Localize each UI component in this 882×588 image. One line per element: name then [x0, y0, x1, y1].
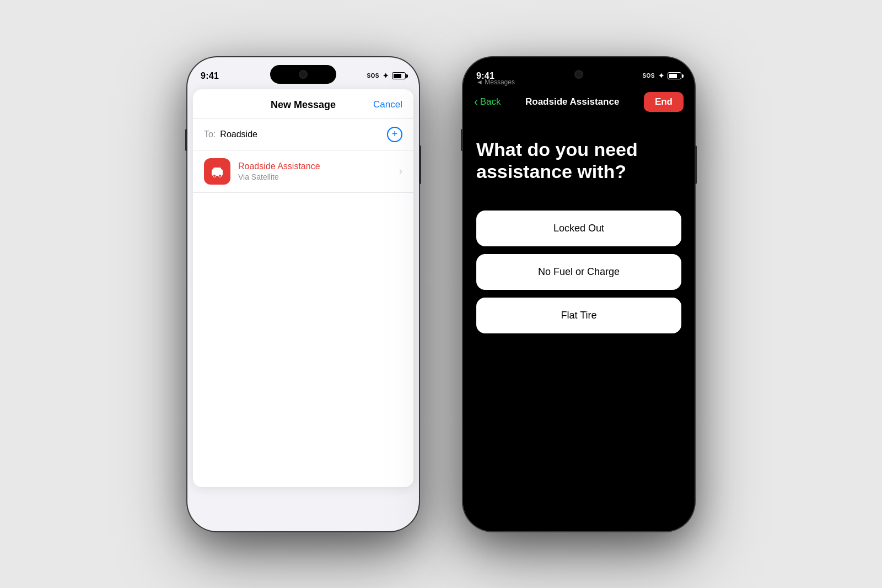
option-flat-tire[interactable]: Flat Tire [476, 298, 681, 333]
svg-rect-1 [213, 168, 221, 171]
to-input[interactable]: Roadside [220, 130, 383, 139]
scene: 9:41 SOS ✦ New Message Cancel [0, 0, 882, 588]
suggestion-text: Roadside Assistance Via Satellite [238, 161, 391, 181]
dynamic-island-left [270, 65, 336, 84]
assistance-question: What do you need assistance with? [476, 138, 681, 184]
satellite-icon-left: ✦ [383, 72, 389, 80]
option-locked-out[interactable]: Locked Out [476, 211, 681, 246]
to-label: To: [204, 130, 216, 139]
car-svg-icon [209, 164, 225, 179]
compose-header: New Message Cancel [193, 89, 413, 119]
back-label: Back [480, 96, 501, 107]
battery-right [668, 72, 681, 79]
option-no-fuel[interactable]: No Fuel or Charge [476, 254, 681, 290]
roadside-icon [204, 158, 230, 185]
dynamic-island-right [546, 65, 612, 84]
phone-right-screen: 9:41 SOS ✦ ◄ Messages ‹ Back [463, 57, 695, 531]
add-recipient-button[interactable]: + [387, 127, 402, 142]
svg-point-2 [213, 174, 216, 177]
cancel-button[interactable]: Cancel [373, 99, 402, 110]
compose-card: New Message Cancel To: Roadside + [193, 89, 413, 487]
svg-point-3 [219, 174, 222, 177]
satellite-icon-right: ✦ [658, 72, 664, 80]
messages-back-label: ◄ Messages [476, 78, 515, 86]
roadside-nav: ‹ Back Roadside Assistance End [463, 88, 695, 116]
status-icons-right: SOS ✦ [642, 72, 681, 80]
suggestion-row[interactable]: Roadside Assistance Via Satellite › [193, 150, 413, 193]
battery-left [392, 72, 406, 79]
phone-right: 9:41 SOS ✦ ◄ Messages ‹ Back [463, 57, 695, 531]
roadside-content: What do you need assistance with? Locked… [463, 116, 695, 531]
back-button[interactable]: ‹ Back [474, 95, 501, 108]
suggestion-name: Roadside Assistance [238, 161, 391, 171]
chevron-right-icon: › [399, 165, 402, 177]
to-field: To: Roadside + [193, 119, 413, 150]
assistance-options: Locked Out No Fuel or Charge Flat Tire [476, 211, 681, 333]
plus-icon: + [392, 128, 398, 140]
suggestion-sub: Via Satellite [238, 172, 391, 181]
phone-left: 9:41 SOS ✦ New Message Cancel [187, 57, 419, 531]
back-chevron-icon: ‹ [474, 95, 478, 108]
phone-left-screen: 9:41 SOS ✦ New Message Cancel [187, 57, 419, 531]
status-icons-left: SOS ✦ [367, 72, 406, 80]
nav-title: Roadside Assistance [525, 96, 619, 107]
time-left: 9:41 [201, 71, 219, 81]
sos-badge-left: SOS [367, 73, 379, 79]
compose-title: New Message [271, 99, 336, 111]
sos-badge-right: SOS [642, 73, 655, 79]
end-button[interactable]: End [644, 92, 684, 112]
